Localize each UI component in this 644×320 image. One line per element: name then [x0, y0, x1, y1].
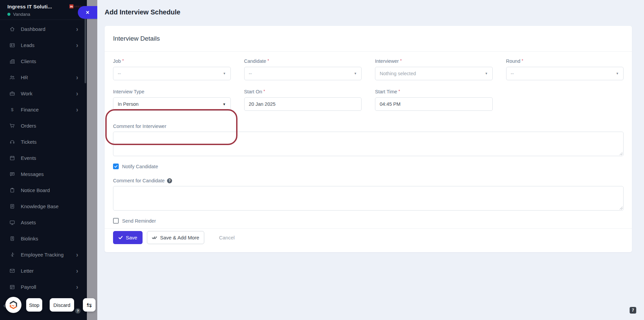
- start-on-field-wrap: [244, 97, 362, 111]
- start-on-field-group: Start On*: [244, 89, 362, 111]
- help-icon[interactable]: ?: [167, 178, 172, 183]
- sidebar-item-letter[interactable]: Letter ›: [0, 263, 87, 279]
- assistant-logo-bubble[interactable]: [5, 297, 21, 313]
- clients-icon: [9, 58, 15, 64]
- sidebar-item-assets[interactable]: Assets: [0, 214, 87, 230]
- job-label: Job: [113, 58, 121, 64]
- save-add-more-button[interactable]: Save & Add More: [147, 231, 204, 244]
- svg-text:$: $: [11, 107, 13, 112]
- sidebar-item-events[interactable]: Events: [0, 150, 87, 166]
- round-field-group: Round* -- ▼: [506, 58, 624, 80]
- chevron-right-icon: ›: [76, 267, 78, 274]
- sidebar-item-knowledge-base[interactable]: Knowledge Base: [0, 198, 87, 214]
- candidate-select[interactable]: -- ▼: [244, 67, 362, 80]
- main-content: Add Interview Schedule Interview Details…: [97, 0, 644, 320]
- chevron-right-icon: ›: [76, 106, 78, 113]
- sidebar-item-leads[interactable]: Leads ›: [0, 37, 87, 53]
- required-marker: *: [398, 89, 400, 94]
- round-label: Round: [506, 58, 521, 64]
- sidebar-item-hr[interactable]: HR ›: [0, 69, 87, 85]
- orders-icon: [9, 123, 15, 129]
- chevron-down-icon: ▼: [223, 72, 226, 75]
- chevron-right-icon: ›: [76, 251, 78, 258]
- comment-candidate-textarea[interactable]: [113, 186, 624, 211]
- required-marker: *: [400, 58, 402, 63]
- sidebar-item-label: Knowledge Base: [21, 203, 78, 209]
- badge-in-label: IN: [69, 4, 73, 8]
- interview-type-label: Interview Type: [113, 89, 144, 94]
- sidebar-item-label: Dashboard: [21, 26, 76, 32]
- job-field-group: Job* -- ▼: [113, 58, 231, 80]
- round-select-value: --: [511, 71, 514, 76]
- sidebar: Ingress IT Soluti... Vandana IN GRES Das…: [0, 0, 87, 320]
- required-marker: *: [122, 58, 124, 63]
- required-marker: *: [264, 89, 265, 94]
- start-time-input[interactable]: [380, 101, 488, 107]
- interview-type-value: In Person: [118, 101, 139, 107]
- chevron-down-icon: ▼: [485, 72, 488, 75]
- interview-details-card: Interview Details Job* -- ▼ Candidate* -…: [105, 26, 632, 252]
- job-select[interactable]: -- ▼: [113, 67, 231, 80]
- sidebar-scrollbar[interactable]: [85, 12, 86, 83]
- sidebar-item-tickets[interactable]: Tickets: [0, 134, 87, 150]
- interview-type-select[interactable]: In Person ▼: [113, 97, 231, 111]
- check-icon: [118, 235, 123, 240]
- candidate-field-group: Candidate* -- ▼: [244, 58, 362, 80]
- swap-arrows-button[interactable]: ⇆: [83, 298, 96, 312]
- biolinks-icon: [9, 235, 15, 241]
- user-name: Vandana: [13, 12, 30, 17]
- sidebar-item-label: Payroll: [21, 284, 76, 290]
- sidebar-item-label: Tickets: [21, 139, 78, 145]
- chevron-down-icon: ▼: [616, 72, 619, 75]
- sidebar-item-finance[interactable]: $ Finance ›: [0, 101, 87, 118]
- sidebar-nav: Dashboard › Leads › Clients HR › Work › …: [0, 20, 87, 295]
- sidebar-item-clients[interactable]: Clients: [0, 53, 87, 69]
- sidebar-item-messages[interactable]: Messages: [0, 166, 87, 182]
- close-panel-button[interactable]: ✕: [78, 6, 97, 19]
- candidate-label: Candidate: [244, 58, 266, 64]
- sidebar-item-biolinks[interactable]: Biolinks: [0, 230, 87, 246]
- finance-icon: $: [9, 106, 15, 112]
- page-title: Add Interview Schedule: [105, 8, 180, 16]
- notify-candidate-checkbox[interactable]: [113, 164, 119, 169]
- sidebar-item-label: Messages: [21, 171, 78, 177]
- swap-icon: ⇆: [87, 301, 92, 309]
- discard-button[interactable]: Discard: [50, 298, 74, 312]
- letter-icon: [9, 268, 15, 274]
- knowledge-base-icon: [9, 203, 15, 209]
- sidebar-item-label: Clients: [21, 58, 78, 64]
- sidebar-item-payroll[interactable]: Payroll ›: [0, 279, 87, 295]
- payroll-icon: [9, 284, 15, 290]
- help-bubble-icon[interactable]: ?: [75, 308, 80, 314]
- sidebar-item-orders[interactable]: Orders: [0, 118, 87, 134]
- sidebar-header: Ingress IT Soluti... Vandana IN GRES: [0, 0, 87, 20]
- required-marker: *: [522, 58, 523, 63]
- interviewer-select-value: Nothing selected: [380, 71, 416, 76]
- sidebar-item-work[interactable]: Work ›: [0, 85, 87, 101]
- sidebar-item-label: Work: [21, 91, 76, 96]
- comment-interviewer-label: Comment for Interviewer: [113, 124, 166, 129]
- chevron-right-icon: ›: [76, 26, 78, 33]
- section-title: Interview Details: [105, 26, 632, 52]
- start-time-label: Start Time: [375, 89, 397, 94]
- sidebar-item-label: Assets: [21, 220, 78, 225]
- round-select[interactable]: -- ▼: [506, 67, 624, 80]
- leads-icon: [9, 42, 15, 48]
- start-on-input[interactable]: [249, 101, 357, 107]
- required-marker: *: [268, 58, 269, 63]
- sidebar-item-notice-board[interactable]: Notice Board: [0, 182, 87, 198]
- sidebar-item-employee-tracking[interactable]: Employee Tracking ›: [0, 246, 87, 263]
- interviewer-select[interactable]: Nothing selected ▼: [375, 67, 493, 80]
- page-number-badge: 7: [630, 307, 636, 314]
- send-reminder-checkbox[interactable]: [113, 218, 119, 224]
- chevron-right-icon: ›: [76, 42, 78, 49]
- cancel-button[interactable]: Cancel: [217, 234, 237, 241]
- save-button[interactable]: Save: [113, 231, 143, 244]
- brand-logo-icon: [7, 298, 20, 312]
- tickets-icon: [9, 139, 15, 145]
- stop-button[interactable]: Stop: [26, 298, 42, 312]
- sidebar-item-dashboard[interactable]: Dashboard ›: [0, 21, 87, 37]
- comment-interviewer-textarea[interactable]: [113, 132, 624, 156]
- events-icon: [9, 155, 15, 161]
- interviewer-field-group: Interviewer* Nothing selected ▼: [375, 58, 493, 80]
